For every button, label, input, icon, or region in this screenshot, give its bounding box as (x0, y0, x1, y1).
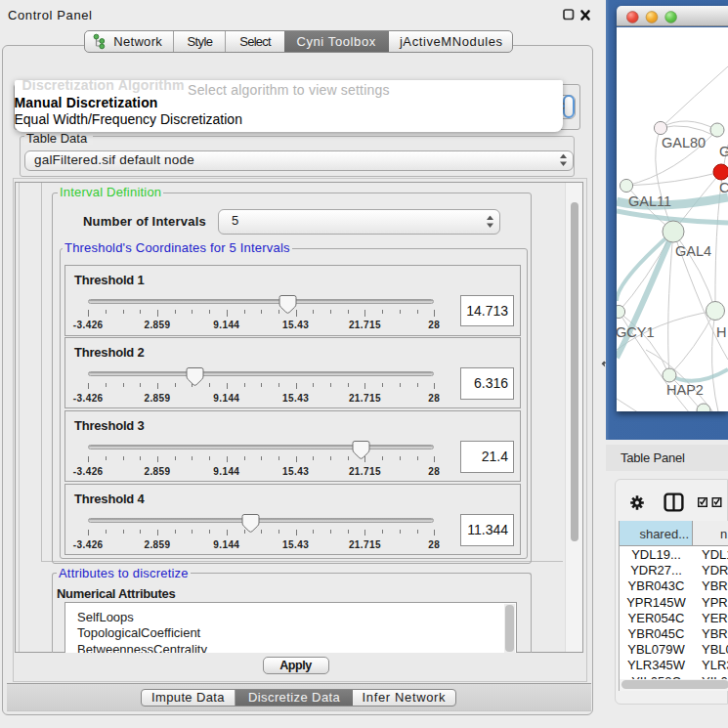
svg-text:C: C (719, 180, 728, 195)
svg-text:GAL80: GAL80 (662, 135, 706, 150)
svg-text:GCY1: GCY1 (617, 324, 655, 340)
svg-text:GAL4: GAL4 (675, 243, 711, 259)
svg-text:G...: G... (719, 144, 728, 159)
svg-text:HAP2: HAP2 (666, 382, 704, 398)
svg-text:H: H (716, 324, 726, 340)
svg-text:GAL11: GAL11 (628, 193, 671, 209)
